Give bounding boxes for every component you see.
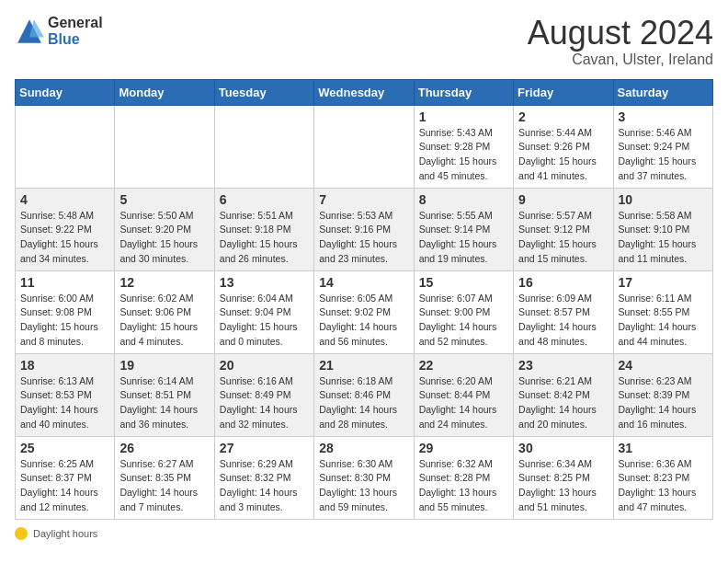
logo-blue-label: Blue bbox=[48, 31, 103, 48]
day-cell bbox=[214, 105, 313, 188]
logo-general-label: General bbox=[48, 15, 103, 31]
day-number: 26 bbox=[119, 441, 209, 455]
title-block: August 2024 Cavan, Ulster, Ireland bbox=[528, 15, 713, 68]
day-number: 23 bbox=[518, 358, 608, 373]
col-header-sunday: Sunday bbox=[16, 79, 115, 105]
col-header-tuesday: Tuesday bbox=[214, 79, 313, 105]
day-cell: 8Sunrise: 5:55 AM Sunset: 9:14 PM Daylig… bbox=[414, 188, 513, 270]
day-number: 14 bbox=[319, 275, 408, 290]
day-cell: 28Sunrise: 6:30 AM Sunset: 8:30 PM Dayli… bbox=[314, 436, 414, 519]
day-cell: 30Sunrise: 6:34 AM Sunset: 8:25 PM Dayli… bbox=[514, 436, 613, 519]
day-number: 22 bbox=[419, 358, 508, 373]
day-cell: 13Sunrise: 6:04 AM Sunset: 9:04 PM Dayli… bbox=[214, 270, 313, 353]
day-number: 25 bbox=[20, 441, 109, 455]
day-info: Sunrise: 5:53 AM Sunset: 9:16 PM Dayligh… bbox=[319, 209, 408, 267]
day-number: 5 bbox=[119, 192, 209, 207]
day-cell: 29Sunrise: 6:32 AM Sunset: 8:28 PM Dayli… bbox=[414, 436, 513, 519]
week-row-4: 18Sunrise: 6:13 AM Sunset: 8:53 PM Dayli… bbox=[16, 353, 713, 436]
day-cell: 25Sunrise: 6:25 AM Sunset: 8:37 PM Dayli… bbox=[16, 436, 115, 519]
day-number: 2 bbox=[518, 109, 608, 124]
logo-text: General Blue bbox=[48, 15, 103, 47]
day-number: 4 bbox=[20, 192, 109, 207]
day-cell: 16Sunrise: 6:09 AM Sunset: 8:57 PM Dayli… bbox=[514, 270, 613, 353]
day-info: Sunrise: 6:21 AM Sunset: 8:42 PM Dayligh… bbox=[518, 374, 608, 432]
day-info: Sunrise: 6:25 AM Sunset: 8:37 PM Dayligh… bbox=[20, 457, 109, 515]
day-info: Sunrise: 6:14 AM Sunset: 8:51 PM Dayligh… bbox=[119, 374, 209, 432]
day-cell: 11Sunrise: 6:00 AM Sunset: 9:08 PM Dayli… bbox=[16, 270, 115, 353]
logo: General Blue bbox=[15, 15, 103, 47]
day-number: 6 bbox=[220, 192, 309, 207]
day-cell: 7Sunrise: 5:53 AM Sunset: 9:16 PM Daylig… bbox=[314, 188, 414, 270]
day-cell: 9Sunrise: 5:57 AM Sunset: 9:12 PM Daylig… bbox=[514, 188, 613, 270]
day-info: Sunrise: 6:30 AM Sunset: 8:30 PM Dayligh… bbox=[319, 457, 408, 515]
day-cell: 26Sunrise: 6:27 AM Sunset: 8:35 PM Dayli… bbox=[115, 436, 214, 519]
day-cell: 22Sunrise: 6:20 AM Sunset: 8:44 PM Dayli… bbox=[414, 353, 513, 436]
header-row: SundayMondayTuesdayWednesdayThursdayFrid… bbox=[16, 79, 713, 105]
day-info: Sunrise: 5:57 AM Sunset: 9:12 PM Dayligh… bbox=[518, 209, 608, 267]
day-info: Sunrise: 5:46 AM Sunset: 9:24 PM Dayligh… bbox=[619, 126, 708, 184]
day-number: 11 bbox=[20, 275, 109, 290]
day-cell: 19Sunrise: 6:14 AM Sunset: 8:51 PM Dayli… bbox=[115, 353, 214, 436]
day-info: Sunrise: 6:20 AM Sunset: 8:44 PM Dayligh… bbox=[419, 374, 508, 432]
day-number: 20 bbox=[220, 358, 309, 373]
day-cell: 31Sunrise: 6:36 AM Sunset: 8:23 PM Dayli… bbox=[613, 436, 712, 519]
day-cell: 3Sunrise: 5:46 AM Sunset: 9:24 PM Daylig… bbox=[613, 105, 712, 188]
week-row-3: 11Sunrise: 6:00 AM Sunset: 9:08 PM Dayli… bbox=[16, 270, 713, 353]
daylight-label: Daylight hours bbox=[33, 528, 97, 539]
day-info: Sunrise: 6:27 AM Sunset: 8:35 PM Dayligh… bbox=[119, 457, 209, 515]
day-cell: 24Sunrise: 6:23 AM Sunset: 8:39 PM Dayli… bbox=[613, 353, 712, 436]
day-info: Sunrise: 6:32 AM Sunset: 8:28 PM Dayligh… bbox=[419, 457, 508, 515]
day-info: Sunrise: 6:05 AM Sunset: 9:02 PM Dayligh… bbox=[319, 292, 408, 350]
day-info: Sunrise: 5:44 AM Sunset: 9:26 PM Dayligh… bbox=[518, 126, 608, 184]
day-number: 29 bbox=[419, 441, 508, 455]
day-number: 24 bbox=[619, 358, 708, 373]
day-cell: 12Sunrise: 6:02 AM Sunset: 9:06 PM Dayli… bbox=[115, 270, 214, 353]
day-number: 28 bbox=[319, 441, 408, 455]
col-header-thursday: Thursday bbox=[414, 79, 513, 105]
day-info: Sunrise: 5:51 AM Sunset: 9:18 PM Dayligh… bbox=[220, 209, 309, 267]
day-cell: 20Sunrise: 6:16 AM Sunset: 8:49 PM Dayli… bbox=[214, 353, 313, 436]
day-info: Sunrise: 6:02 AM Sunset: 9:06 PM Dayligh… bbox=[119, 292, 209, 350]
col-header-monday: Monday bbox=[115, 79, 214, 105]
day-number: 31 bbox=[619, 441, 708, 455]
day-number: 16 bbox=[518, 275, 608, 290]
day-cell: 4Sunrise: 5:48 AM Sunset: 9:22 PM Daylig… bbox=[16, 188, 115, 270]
day-info: Sunrise: 6:11 AM Sunset: 8:55 PM Dayligh… bbox=[619, 292, 708, 350]
day-info: Sunrise: 6:13 AM Sunset: 8:53 PM Dayligh… bbox=[20, 374, 109, 432]
col-header-wednesday: Wednesday bbox=[314, 79, 414, 105]
day-cell: 27Sunrise: 6:29 AM Sunset: 8:32 PM Dayli… bbox=[214, 436, 313, 519]
day-cell: 23Sunrise: 6:21 AM Sunset: 8:42 PM Dayli… bbox=[514, 353, 613, 436]
day-number: 10 bbox=[619, 192, 708, 207]
day-cell: 14Sunrise: 6:05 AM Sunset: 9:02 PM Dayli… bbox=[314, 270, 414, 353]
day-info: Sunrise: 6:23 AM Sunset: 8:39 PM Dayligh… bbox=[619, 374, 708, 432]
logo-icon bbox=[15, 17, 44, 46]
day-number: 19 bbox=[119, 358, 209, 373]
day-number: 12 bbox=[119, 275, 209, 290]
day-number: 21 bbox=[319, 358, 408, 373]
day-info: Sunrise: 6:29 AM Sunset: 8:32 PM Dayligh… bbox=[220, 457, 309, 515]
day-info: Sunrise: 5:55 AM Sunset: 9:14 PM Dayligh… bbox=[419, 209, 508, 267]
day-info: Sunrise: 6:00 AM Sunset: 9:08 PM Dayligh… bbox=[20, 292, 109, 350]
day-cell: 1Sunrise: 5:43 AM Sunset: 9:28 PM Daylig… bbox=[414, 105, 513, 188]
day-info: Sunrise: 6:04 AM Sunset: 9:04 PM Dayligh… bbox=[220, 292, 309, 350]
day-number: 30 bbox=[518, 441, 608, 455]
day-number: 15 bbox=[419, 275, 508, 290]
day-number: 18 bbox=[20, 358, 109, 373]
footer: Daylight hours bbox=[15, 527, 713, 540]
day-number: 17 bbox=[619, 275, 708, 290]
sun-icon bbox=[15, 527, 28, 540]
week-row-2: 4Sunrise: 5:48 AM Sunset: 9:22 PM Daylig… bbox=[16, 188, 713, 270]
day-info: Sunrise: 6:34 AM Sunset: 8:25 PM Dayligh… bbox=[518, 457, 608, 515]
day-number: 1 bbox=[419, 109, 508, 124]
day-cell bbox=[314, 105, 414, 188]
week-row-5: 25Sunrise: 6:25 AM Sunset: 8:37 PM Dayli… bbox=[16, 436, 713, 519]
day-cell: 6Sunrise: 5:51 AM Sunset: 9:18 PM Daylig… bbox=[214, 188, 313, 270]
day-number: 27 bbox=[220, 441, 309, 455]
day-info: Sunrise: 6:36 AM Sunset: 8:23 PM Dayligh… bbox=[619, 457, 708, 515]
day-info: Sunrise: 6:18 AM Sunset: 8:46 PM Dayligh… bbox=[319, 374, 408, 432]
day-info: Sunrise: 5:58 AM Sunset: 9:10 PM Dayligh… bbox=[619, 209, 708, 267]
day-cell: 2Sunrise: 5:44 AM Sunset: 9:26 PM Daylig… bbox=[514, 105, 613, 188]
day-cell: 10Sunrise: 5:58 AM Sunset: 9:10 PM Dayli… bbox=[613, 188, 712, 270]
col-header-friday: Friday bbox=[514, 79, 613, 105]
day-cell: 5Sunrise: 5:50 AM Sunset: 9:20 PM Daylig… bbox=[115, 188, 214, 270]
